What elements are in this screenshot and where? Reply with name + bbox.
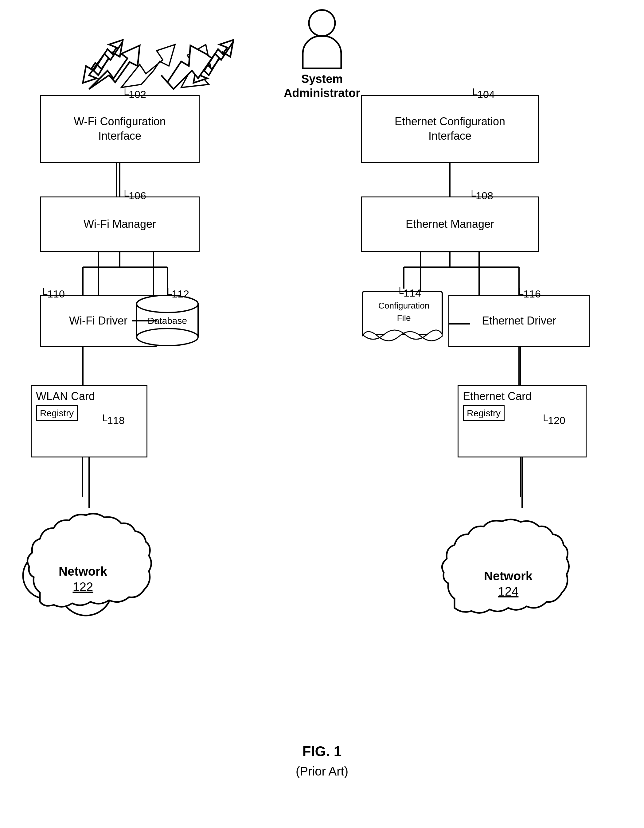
database-cylinder: Database <box>132 295 203 347</box>
wifi-driver-ref: └110 <box>40 288 65 300</box>
svg-point-30 <box>137 328 198 346</box>
ethernet-card-box: Ethernet Card Registry <box>457 385 587 458</box>
ethernet-driver-label: Ethernet Driver <box>482 314 556 328</box>
person-body <box>302 35 342 69</box>
person-label: System Administrator <box>284 72 360 100</box>
ethernet-driver-ref: └116 <box>516 288 541 300</box>
ethernet-config-ref: └104 <box>470 88 495 100</box>
svg-text:122: 122 <box>73 580 93 593</box>
ethernet-card-ref: └120 <box>540 414 565 427</box>
ethernet-manager-ref: └108 <box>468 190 493 202</box>
svg-text:Database: Database <box>148 315 187 326</box>
ethernet-manager-box: Ethernet Manager <box>361 196 539 252</box>
person-head <box>308 9 336 37</box>
figure-sub: (Prior Art) <box>296 764 348 778</box>
ethernet-config-label: Ethernet Configuration Interface <box>395 114 505 143</box>
network-124-cloud: Network 124 <box>430 497 590 630</box>
svg-marker-0 <box>121 44 175 88</box>
ethernet-card-label: Ethernet Card <box>463 389 532 404</box>
svg-text:Network: Network <box>484 569 533 583</box>
system-administrator-icon: System Administrator <box>284 9 360 100</box>
wlan-card-box: WLAN Card Registry <box>31 385 148 458</box>
wifi-config-label: W-Fi Configuration Interface <box>74 114 165 143</box>
wifi-manager-ref: └106 <box>121 190 146 202</box>
svg-text:Network: Network <box>59 565 107 578</box>
svg-text:124: 124 <box>498 585 519 598</box>
wlan-registry-box: Registry <box>36 405 78 421</box>
diagram-container: System Administrator W-Fi Configuration … <box>0 0 644 828</box>
ethernet-driver-box: Ethernet Driver <box>448 295 590 347</box>
wifi-manager-box: Wi-Fi Manager <box>40 196 199 252</box>
wlan-card-label: WLAN Card <box>36 389 95 404</box>
wifi-config-ref: └102 <box>121 88 146 100</box>
wifi-manager-label: Wi-Fi Manager <box>83 217 156 232</box>
wifi-config-box: W-Fi Configuration Interface <box>40 95 199 163</box>
network-122-cloud: Network 122 <box>15 497 157 624</box>
ethernet-config-box: Ethernet Configuration Interface <box>361 95 539 163</box>
svg-text:Configuration: Configuration <box>379 301 430 310</box>
ethernet-manager-label: Ethernet Manager <box>406 217 494 232</box>
ethernet-registry-box: Registry <box>463 405 504 421</box>
wifi-driver-label: Wi-Fi Driver <box>69 314 127 328</box>
svg-text:File: File <box>397 313 411 323</box>
database-ref: └112 <box>164 288 189 300</box>
config-file-ref: └114 <box>396 287 421 299</box>
wlan-card-ref: └118 <box>100 414 125 427</box>
